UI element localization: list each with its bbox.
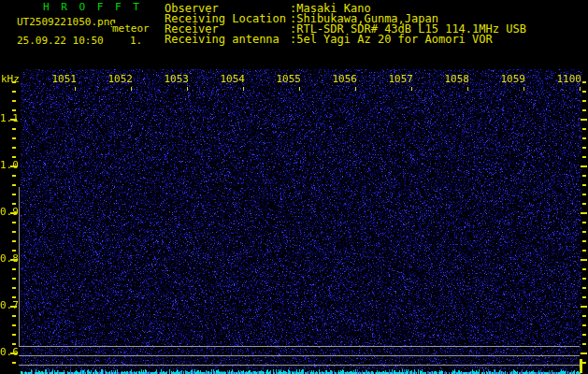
- freq-tick-mark-right: [582, 231, 586, 233]
- freq-tick-label: 0.9: [0, 207, 18, 217]
- time-tick-label: 1055: [275, 74, 301, 84]
- freq-tick-mark-right: [581, 165, 587, 167]
- freq-tick-mark-right: [582, 315, 586, 317]
- freq-tick-mark-left: [12, 175, 16, 177]
- freq-tick-mark-right: [582, 137, 586, 139]
- freq-tick-mark-right: [582, 222, 586, 223]
- freq-tick-mark-left: [12, 315, 16, 317]
- freq-tick-mark-right: [582, 194, 586, 195]
- freq-tick-mark-right: [582, 147, 586, 149]
- output-filename: UT2509221050.png: [17, 17, 116, 27]
- freq-tick-mark-left: [12, 203, 16, 205]
- level-strip-lower-line: [19, 365, 580, 366]
- level-strip-upper-line: [19, 355, 580, 356]
- freq-tick-mark-right: [582, 278, 586, 280]
- time-tick-label: 1057: [387, 74, 413, 84]
- hrofft-frame: H R O F F T UT2509221050.png meteor 25.0…: [0, 0, 588, 374]
- freq-tick-mark-left: [12, 334, 16, 336]
- freq-tick-mark-left: [12, 343, 16, 345]
- freq-tick-mark-right: [582, 91, 586, 93]
- time-tick-mark: [75, 87, 76, 91]
- frame-datetime: 25.09.22 10:50: [17, 36, 104, 46]
- time-tick-mark: [187, 87, 188, 91]
- freq-tick-mark-left: [12, 91, 16, 93]
- freq-tick-mark-right: [582, 109, 586, 111]
- freq-tick-mark-right: [581, 119, 587, 121]
- app-title: H R O F F T: [43, 2, 142, 12]
- freq-tick-mark-left: [12, 296, 16, 298]
- freq-tick-mark-right: [582, 362, 586, 364]
- freq-tick-mark-right: [582, 334, 586, 336]
- time-tick-mark: [131, 87, 132, 91]
- time-tick-label: 1059: [499, 74, 525, 84]
- freq-tick-mark-right: [581, 259, 587, 261]
- freq-tick-mark-left: [12, 240, 16, 242]
- freq-tick-mark-right: [582, 175, 586, 177]
- freq-tick-mark-left: [12, 184, 16, 186]
- time-tick-label: 1052: [107, 74, 133, 84]
- plot-left-border-line: [19, 187, 20, 346]
- freq-tick-mark-left: [12, 156, 16, 158]
- freq-tick-mark-right: [582, 184, 586, 186]
- freq-tick-label: 0.6: [0, 347, 18, 357]
- freq-tick-mark-left: [12, 287, 16, 289]
- time-tick-mark: [467, 87, 468, 91]
- freq-tick-mark-right: [582, 296, 586, 298]
- freq-tick-mark-left: [12, 100, 16, 102]
- freq-tick-mark-left: [12, 268, 16, 270]
- time-tick-mark: [580, 87, 581, 91]
- time-tick-label: 1054: [219, 74, 245, 84]
- time-tick-label: 1100: [555, 74, 581, 84]
- freq-tick-mark-right: [582, 203, 586, 205]
- time-tick-label: 1058: [443, 74, 469, 84]
- time-tick-mark: [299, 87, 300, 91]
- time-tick-mark: [355, 87, 356, 91]
- frame-counter: 1.: [130, 36, 142, 46]
- freq-tick-mark-right: [582, 240, 586, 242]
- freq-tick-mark-left: [12, 128, 16, 130]
- freq-tick-mark-right: [582, 287, 586, 289]
- freq-tick-mark-right: [581, 352, 587, 354]
- freq-tick-mark-left: [12, 109, 16, 111]
- freq-tick-mark-right: [582, 268, 586, 270]
- time-tick-mark: [411, 87, 412, 91]
- freq-tick-mark-right: [582, 156, 586, 158]
- freq-tick-mark-left: [12, 250, 16, 252]
- freq-tick-label: 0.7: [0, 300, 18, 310]
- freq-tick-mark-left: [12, 147, 16, 149]
- freq-unit-label: kHz: [1, 74, 20, 84]
- freq-tick-mark-right: [581, 306, 587, 308]
- freq-tick-mark-left: [12, 231, 16, 233]
- freq-tick-mark-left: [12, 222, 16, 223]
- freq-tick-label: 1.1: [0, 113, 18, 123]
- freq-tick-mark-right: [582, 324, 586, 326]
- time-tick-label: 1053: [163, 74, 189, 84]
- freq-tick-label: 0.8: [0, 253, 18, 264]
- mode-label: meteor: [112, 23, 150, 34]
- time-tick-label: 1051: [50, 74, 77, 84]
- freq-tick-mark-right: [582, 343, 586, 345]
- time-tick-mark: [523, 87, 524, 91]
- freq-tick-mark-right: [582, 100, 586, 102]
- spectrogram-bottom-line: [19, 346, 580, 347]
- current-time-marker: [580, 359, 582, 373]
- freq-tick-mark-right: [582, 250, 586, 252]
- freq-tick-mark-left: [12, 194, 16, 195]
- time-tick-label: 1056: [331, 74, 357, 84]
- time-tick-mark: [243, 87, 244, 91]
- freq-tick-mark-left: [12, 137, 16, 139]
- freq-tick-mark-left: [12, 278, 16, 280]
- freq-tick-label: 1.0: [0, 160, 18, 170]
- freq-tick-mark-right: [582, 81, 586, 83]
- freq-tick-mark-left: [12, 362, 16, 364]
- freq-tick-mark-right: [581, 212, 587, 214]
- freq-tick-mark-left: [12, 324, 16, 326]
- info-label: Receiving antenna: [165, 35, 280, 45]
- spectrogram-canvas: [21, 69, 581, 374]
- freq-tick-mark-right: [582, 128, 586, 130]
- info-value: :5el Yagi Az 20 for Aomori VOR: [290, 35, 493, 45]
